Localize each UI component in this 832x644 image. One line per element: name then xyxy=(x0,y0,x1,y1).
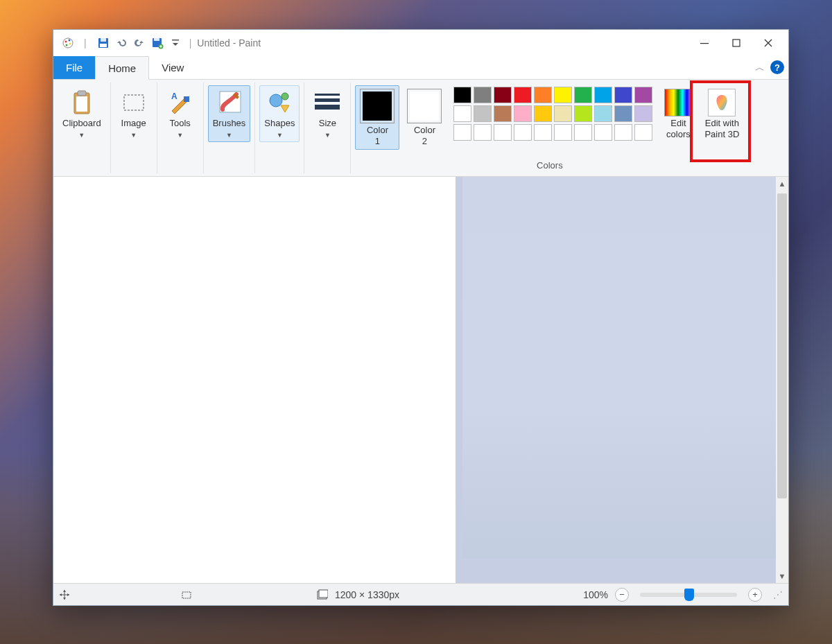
tab-home[interactable]: Home xyxy=(95,56,149,80)
rainbow-icon xyxy=(664,89,692,116)
svg-rect-17 xyxy=(124,95,144,110)
ribbon: Clipboard ▼ Image ▼ A Tools ▼ xyxy=(53,80,788,177)
color-swatch[interactable] xyxy=(514,87,532,103)
vertical-scrollbar[interactable]: ▲ ▼ xyxy=(776,177,788,583)
svg-rect-7 xyxy=(100,44,107,47)
maximize-button[interactable] xyxy=(720,32,752,54)
color-swatch[interactable] xyxy=(574,124,592,141)
svg-point-4 xyxy=(66,44,68,46)
pasted-region[interactable] xyxy=(462,177,776,558)
color-swatch[interactable] xyxy=(614,105,632,122)
select-icon xyxy=(120,89,148,116)
collapse-ribbon-icon[interactable]: ︿ xyxy=(755,62,765,74)
svg-point-1 xyxy=(65,41,67,43)
zoom-in-button[interactable]: + xyxy=(748,588,762,602)
svg-rect-18 xyxy=(184,96,189,102)
qat-save-as-button[interactable] xyxy=(149,35,166,51)
color-swatch[interactable] xyxy=(614,124,632,141)
brushes-button[interactable]: Brushes ▼ xyxy=(208,85,251,142)
color-swatch[interactable] xyxy=(554,124,572,141)
cursor-pos-icon xyxy=(59,589,70,600)
qat-customize-button[interactable] xyxy=(167,35,184,51)
svg-text:A: A xyxy=(171,92,177,101)
close-button[interactable] xyxy=(752,32,784,54)
canvas-size-icon xyxy=(317,589,328,600)
color-swatch[interactable] xyxy=(634,124,652,141)
color-swatch[interactable] xyxy=(554,87,572,103)
resize-grip-icon[interactable]: ⋰ xyxy=(773,589,783,600)
svg-point-22 xyxy=(281,93,288,100)
color-swatch[interactable] xyxy=(494,87,512,103)
color-swatch[interactable] xyxy=(534,87,552,103)
edit-with-paint3d-button[interactable]: Edit with Paint 3D xyxy=(700,85,744,143)
save-button[interactable] xyxy=(95,35,112,51)
zoom-slider[interactable] xyxy=(640,593,737,597)
size-button[interactable]: Size ▼ xyxy=(309,85,346,142)
color-swatch[interactable] xyxy=(453,87,471,103)
color-swatch[interactable] xyxy=(474,87,492,103)
chevron-down-icon: ▼ xyxy=(277,132,283,139)
shapes-icon xyxy=(266,89,293,116)
svg-rect-11 xyxy=(172,40,179,41)
zoom-out-button[interactable]: − xyxy=(615,588,629,602)
scrollbar-thumb[interactable] xyxy=(777,193,787,498)
zoom-slider-thumb[interactable] xyxy=(684,589,694,601)
image-button[interactable]: Image ▼ xyxy=(115,85,153,142)
paint-app-icon xyxy=(62,37,74,49)
color-palette xyxy=(453,87,652,141)
color-swatch[interactable] xyxy=(453,105,471,122)
clipboard-button[interactable]: Clipboard ▼ xyxy=(58,85,106,142)
svg-point-3 xyxy=(69,43,71,45)
color-swatch[interactable] xyxy=(534,105,552,122)
color-swatch[interactable] xyxy=(574,105,592,122)
color-swatch[interactable] xyxy=(453,124,471,141)
undo-button[interactable] xyxy=(113,35,130,51)
color2-button[interactable]: Color 2 xyxy=(402,85,447,150)
color-swatch[interactable] xyxy=(574,87,592,103)
color-swatch[interactable] xyxy=(474,105,492,122)
tools-icon: A xyxy=(166,89,194,116)
chevron-down-icon: ▼ xyxy=(78,132,85,139)
color-swatch[interactable] xyxy=(474,124,492,141)
color-swatch[interactable] xyxy=(594,105,612,122)
window-title: Untitled - Paint xyxy=(197,37,261,49)
group-tools: A Tools ▼ xyxy=(157,82,204,173)
svg-rect-16 xyxy=(76,96,87,112)
tab-file[interactable]: File xyxy=(53,56,95,79)
help-button[interactable]: ? xyxy=(770,60,784,74)
color-swatch[interactable] xyxy=(494,105,512,122)
color-swatch[interactable] xyxy=(594,124,612,141)
color-swatch[interactable] xyxy=(594,87,612,103)
canvas[interactable] xyxy=(53,177,456,583)
svg-point-21 xyxy=(270,94,282,107)
tools-button[interactable]: A Tools ▼ xyxy=(162,85,199,142)
color-swatch[interactable] xyxy=(554,105,572,122)
edit-colors-button[interactable]: Edit colors xyxy=(659,85,697,143)
color-swatch[interactable] xyxy=(614,87,632,103)
color-swatch[interactable] xyxy=(514,105,532,122)
svg-rect-28 xyxy=(319,590,328,598)
color-swatch[interactable] xyxy=(534,124,552,141)
shapes-button[interactable]: Shapes ▼ xyxy=(259,85,300,142)
chevron-down-icon: ▼ xyxy=(130,132,137,139)
chevron-down-icon: ▼ xyxy=(324,132,331,139)
color-swatch[interactable] xyxy=(494,124,512,141)
color-swatch[interactable] xyxy=(514,124,532,141)
group-clipboard: Clipboard ▼ xyxy=(53,82,111,173)
color-swatch[interactable] xyxy=(634,105,652,122)
redo-button[interactable] xyxy=(131,35,148,51)
svg-rect-23 xyxy=(315,94,340,96)
scroll-down-icon[interactable]: ▼ xyxy=(776,569,788,583)
svg-rect-13 xyxy=(733,40,740,46)
minimize-button[interactable] xyxy=(688,32,720,54)
tab-view[interactable]: View xyxy=(149,56,196,79)
color-swatch[interactable] xyxy=(634,87,652,103)
quick-access-toolbar xyxy=(95,35,184,51)
svg-rect-24 xyxy=(315,98,340,102)
chevron-down-icon: ▼ xyxy=(177,132,183,139)
scroll-up-icon[interactable]: ▲ xyxy=(776,177,788,191)
size-icon xyxy=(313,89,341,116)
color1-button[interactable]: Color 1 xyxy=(355,85,399,150)
svg-rect-26 xyxy=(182,592,191,598)
color2-swatch xyxy=(407,89,442,123)
